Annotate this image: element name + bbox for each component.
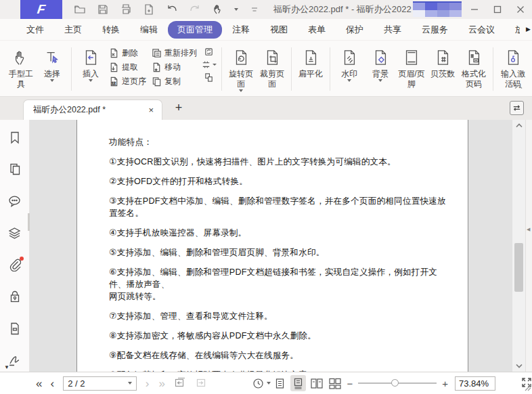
menu-cloud[interactable]: 云服务 bbox=[412, 21, 458, 39]
next-view-button[interactable] bbox=[190, 377, 210, 390]
zoom-slider[interactable] bbox=[358, 382, 437, 384]
doc-line: ②支持OFD文件的打开和格式转换。 bbox=[109, 175, 447, 188]
hand-pointer-caret-icon[interactable] bbox=[234, 8, 238, 11]
facing-view-button[interactable] bbox=[309, 375, 324, 391]
print-icon[interactable] bbox=[119, 3, 133, 16]
menu-file[interactable]: 文件 bbox=[16, 21, 54, 39]
window-title: 福昕办公2022.pdf * - 福昕办公2022 bbox=[273, 3, 412, 16]
select-tool-button[interactable]: 选择 bbox=[37, 46, 67, 82]
move-pages-button[interactable]: 移动 bbox=[152, 61, 197, 73]
document-tab-bar: 福昕办公2022.pdf * × + bbox=[0, 97, 532, 120]
bates-number-button[interactable]: 贝茨数 bbox=[428, 46, 458, 79]
prev-page-button[interactable]: ‹ bbox=[45, 378, 59, 389]
attachment-icon[interactable] bbox=[8, 258, 22, 271]
doc-line: ⑧支持添加密文，将敏感内容从PDF文档中永久删除。 bbox=[109, 330, 447, 342]
rearrange-pages-button[interactable]: 重新排列 bbox=[152, 47, 197, 59]
split-page-button[interactable] bbox=[201, 60, 217, 70]
foxit-logo[interactable]: F bbox=[20, 0, 62, 19]
swap-pages-button[interactable] bbox=[204, 47, 214, 57]
zoom-out-button[interactable]: − bbox=[344, 378, 355, 389]
menu-view[interactable]: 视图 bbox=[260, 21, 298, 39]
save-icon[interactable] bbox=[96, 3, 110, 16]
menu-edit[interactable]: 编辑 bbox=[130, 21, 168, 39]
zoom-level-input[interactable]: 73.84% bbox=[455, 376, 495, 391]
document-viewport[interactable]: 功能特点： ①支持OCR图文识别，快速将扫描件、图片上的文字转换为可编辑的文本。… bbox=[30, 120, 512, 372]
bookmark-icon[interactable] bbox=[8, 131, 22, 144]
menu-form[interactable]: 表单 bbox=[298, 21, 336, 39]
menu-bar: 文件 主页 转换 编辑 页面管理 注释 视图 表单 保护 共享 云服务 云会议 … bbox=[0, 19, 532, 41]
close-icon[interactable] bbox=[509, 0, 532, 19]
resize-grip-icon[interactable] bbox=[523, 383, 531, 393]
last-page-button[interactable]: » bbox=[154, 378, 169, 389]
comments-icon[interactable] bbox=[8, 194, 22, 208]
delete-pages-button[interactable]: 删除 bbox=[109, 47, 146, 59]
new-document-icon[interactable] bbox=[142, 3, 156, 16]
facing-continuous-view-button[interactable] bbox=[327, 375, 342, 391]
interleave-pages-button[interactable] bbox=[204, 72, 214, 83]
next-page-button[interactable]: › bbox=[141, 378, 154, 389]
continuous-view-button[interactable] bbox=[290, 375, 306, 391]
menu-share[interactable]: 共享 bbox=[374, 21, 412, 39]
format-page-number-button[interactable]: 格式化页码 bbox=[459, 46, 489, 89]
menu-meeting[interactable]: 云会议 bbox=[458, 21, 505, 39]
menu-overflow-icon[interactable]: ▶ bbox=[526, 26, 531, 32]
menu-comment[interactable]: 注释 bbox=[222, 21, 260, 39]
page-box-caret-icon[interactable] bbox=[128, 382, 132, 385]
delete-page-icon bbox=[109, 48, 119, 58]
pdf-page[interactable]: 功能特点： ①支持OCR图文识别，快速将扫描件、图片上的文字转换为可编辑的文本。… bbox=[76, 120, 468, 372]
activation-code-button[interactable]: 输入激活码 bbox=[497, 46, 529, 89]
customize-toolbar-icon[interactable] bbox=[248, 3, 261, 16]
pages-icon[interactable] bbox=[8, 162, 22, 176]
scrollbar-thumb[interactable] bbox=[514, 243, 523, 292]
watermark-button[interactable]: 水印 bbox=[334, 46, 364, 82]
open-file-icon[interactable] bbox=[73, 3, 87, 16]
first-page-button[interactable]: « bbox=[31, 378, 45, 389]
single-page-view-button[interactable] bbox=[272, 375, 288, 391]
zoom-in-button[interactable]: + bbox=[439, 378, 451, 389]
ribbon-divider bbox=[71, 47, 72, 91]
menu-home[interactable]: 主页 bbox=[54, 21, 92, 39]
toggle-panels-button[interactable] bbox=[510, 101, 524, 115]
menu-page-organize[interactable]: 页面管理 bbox=[168, 21, 222, 39]
zoom-slider-knob[interactable] bbox=[391, 379, 399, 387]
new-tab-button[interactable]: + bbox=[171, 101, 187, 115]
insert-page-icon bbox=[82, 46, 99, 66]
hand-pointer-icon[interactable] bbox=[211, 3, 225, 16]
reverse-order-button[interactable]: 12 逆页序 bbox=[109, 75, 146, 87]
layers-icon[interactable] bbox=[8, 226, 22, 240]
redo-icon[interactable] bbox=[188, 3, 202, 16]
doc-line: ④支持手机放映遥控器、屏幕录制。 bbox=[109, 227, 447, 239]
flatten-button[interactable]: 扁平化 bbox=[296, 46, 326, 79]
maximize-icon[interactable] bbox=[486, 0, 509, 19]
extract-pages-button[interactable]: 提取 bbox=[109, 61, 146, 73]
duplicate-pages-button[interactable]: 复制 bbox=[152, 75, 197, 87]
crop-page-button[interactable]: 裁剪页面 bbox=[257, 46, 287, 89]
menu-clipped[interactable]: 放 bbox=[505, 21, 520, 39]
watermark-caret-icon bbox=[347, 79, 351, 82]
view-rotation-button[interactable] bbox=[252, 378, 271, 389]
scroll-up-icon[interactable] bbox=[512, 123, 525, 128]
background-button[interactable]: 背景 bbox=[365, 46, 395, 82]
menu-protect[interactable]: 保护 bbox=[336, 21, 374, 39]
document-tab[interactable]: 福昕办公2022.pdf * × bbox=[23, 100, 162, 120]
previous-view-button[interactable] bbox=[170, 377, 190, 390]
destinations-icon[interactable] bbox=[8, 322, 22, 335]
insert-page-button[interactable]: 插入 bbox=[76, 46, 106, 82]
menu-convert[interactable]: 转换 bbox=[92, 21, 130, 39]
security-icon[interactable] bbox=[8, 290, 22, 303]
vertical-scrollbar[interactable] bbox=[512, 120, 525, 372]
undo-icon[interactable] bbox=[165, 3, 179, 16]
signature-icon[interactable] bbox=[8, 353, 22, 367]
tab-close-icon[interactable]: × bbox=[147, 105, 155, 115]
minimize-icon[interactable] bbox=[463, 0, 486, 19]
expand-panel-icon[interactable]: ◀ bbox=[527, 227, 530, 232]
user-account-redacted[interactable] bbox=[413, 1, 462, 17]
collapse-ribbon-button[interactable] bbox=[514, 80, 523, 92]
rail-more-icon[interactable]: ▼ bbox=[4, 364, 9, 370]
rotate-page-button[interactable]: 旋转页面 bbox=[226, 46, 256, 92]
scroll-down-icon[interactable] bbox=[512, 364, 525, 368]
hand-tool-button[interactable]: 手型工具 bbox=[6, 46, 36, 89]
swap-pages-icon bbox=[204, 47, 214, 57]
page-number-input[interactable]: 2 / 2 bbox=[63, 376, 137, 391]
header-footer-button[interactable]: 页眉/页脚 bbox=[397, 46, 426, 89]
